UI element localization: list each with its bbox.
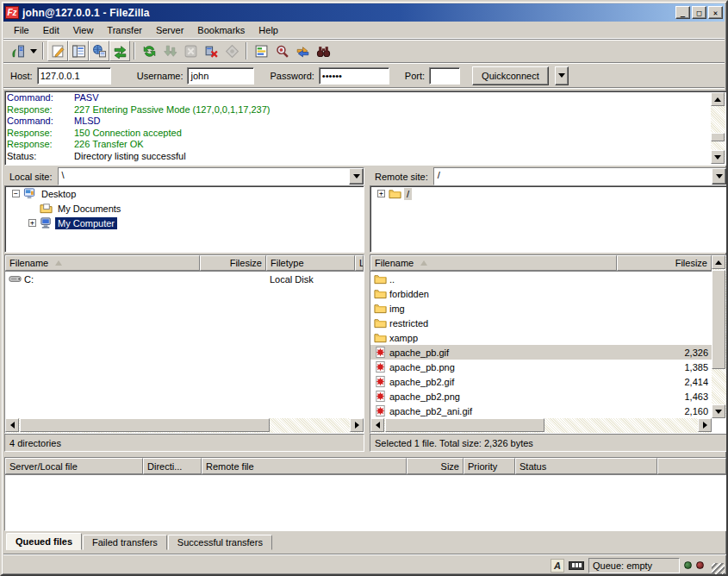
tree-item-label-selected[interactable]: My Computer [55, 217, 117, 229]
tree-item-label[interactable]: My Documents [55, 203, 123, 215]
filter-button[interactable] [251, 41, 271, 61]
queue-list[interactable] [5, 474, 726, 530]
column-header-server-local-file[interactable]: Server/Local file [5, 458, 143, 474]
file-row[interactable]: xampp [370, 330, 712, 345]
file-row[interactable]: .. [370, 272, 712, 286]
host-input[interactable] [37, 67, 111, 85]
scrollbar-thumb[interactable] [385, 418, 544, 432]
menu-bookmarks[interactable]: Bookmarks [190, 23, 252, 37]
scrollbar-thumb[interactable] [711, 133, 725, 141]
find-files-button[interactable] [313, 41, 333, 61]
column-header-filename[interactable]: Filename [370, 255, 617, 271]
remote-horizontal-scrollbar[interactable] [370, 418, 712, 433]
menu-server[interactable]: Server [149, 23, 190, 37]
tree-item-label[interactable]: Desktop [39, 188, 78, 200]
toggle-transfer-queue-button[interactable] [109, 41, 130, 61]
scrollbar-thumb[interactable] [20, 418, 270, 432]
menu-help[interactable]: Help [252, 23, 285, 37]
remote-site-combo[interactable]: / [433, 167, 727, 185]
menu-transfer[interactable]: Transfer [100, 23, 149, 37]
resize-grip[interactable] [712, 563, 725, 576]
remote-site-path[interactable]: / [434, 168, 712, 185]
column-header-filetype[interactable]: Filetype [266, 255, 355, 271]
port-label: Port: [405, 71, 425, 81]
reconnect-button[interactable] [221, 41, 242, 61]
file-row-c-drive[interactable]: C: Local Disk [5, 272, 364, 286]
collapse-icon[interactable]: − [12, 190, 20, 197]
site-manager-dropdown[interactable] [28, 41, 39, 60]
scroll-left-button[interactable] [370, 418, 384, 432]
local-site-combo-dropdown[interactable] [349, 168, 364, 185]
tree-item-desktop[interactable]: − Desktop [5, 186, 364, 201]
toggle-message-log-button[interactable] [47, 41, 68, 61]
file-row[interactable]: apache_pb.png 1,385 [370, 360, 712, 374]
toggle-remote-tree-button[interactable] [89, 41, 109, 61]
cancel-operation-button[interactable] [180, 41, 201, 61]
expand-icon[interactable]: + [377, 190, 385, 197]
scroll-up-button[interactable] [711, 92, 725, 106]
process-queue-button[interactable] [159, 41, 180, 61]
directory-comparison-button[interactable] [271, 41, 292, 61]
file-row-selected[interactable]: apache_pb.gif 2,326 [370, 345, 712, 360]
tree-item-label-selected[interactable]: / [404, 188, 412, 200]
tree-item-my-computer[interactable]: + My Computer [5, 216, 364, 230]
remote-site-combo-dropdown[interactable] [712, 168, 726, 185]
remote-vertical-scrollbar[interactable] [712, 255, 726, 418]
local-site-path[interactable]: \ [59, 168, 349, 185]
file-row[interactable]: apache_pb2.png 1,463 [370, 389, 712, 404]
close-button[interactable]: ✕ [708, 6, 723, 19]
disconnect-button[interactable] [201, 41, 221, 61]
local-horizontal-scrollbar[interactable] [5, 418, 364, 433]
scroll-left-button[interactable] [5, 418, 19, 432]
column-header-remote-file[interactable]: Remote file [202, 458, 407, 474]
column-header-filesize[interactable]: Filesize [617, 255, 712, 271]
menu-edit[interactable]: Edit [36, 23, 66, 37]
quickconnect-dropdown[interactable] [555, 66, 569, 85]
column-header-status[interactable]: Status [515, 458, 657, 474]
expand-icon[interactable]: + [28, 219, 36, 227]
file-row[interactable]: img [370, 301, 712, 316]
filezilla-logo-icon: Fz [5, 6, 19, 19]
file-row[interactable]: restricted [370, 316, 712, 330]
maximize-button[interactable]: □ [692, 6, 706, 19]
column-header-direction[interactable]: Directi... [143, 458, 202, 474]
file-row[interactable]: apache_pb2.gif 2,414 [370, 374, 712, 389]
host-label: Host: [10, 71, 33, 81]
scroll-up-button[interactable] [712, 255, 725, 269]
menu-file[interactable]: File [7, 23, 36, 37]
scrollbar-thumb[interactable] [712, 270, 725, 369]
tree-item-root[interactable]: + / [370, 186, 726, 201]
refresh-button[interactable] [139, 41, 159, 61]
scroll-right-button[interactable] [350, 418, 364, 432]
password-input[interactable] [319, 67, 389, 85]
file-size: 2,160 [617, 406, 712, 416]
tab-failed-transfers[interactable]: Failed transfers [83, 535, 167, 550]
scroll-down-button[interactable] [712, 404, 725, 418]
synchronized-browsing-button[interactable] [292, 41, 313, 61]
local-site-combo[interactable]: \ [58, 167, 364, 185]
file-name: apache_pb2.gif [389, 377, 454, 387]
menu-view[interactable]: View [66, 23, 101, 37]
tree-item-my-documents[interactable]: My Documents [5, 201, 364, 216]
column-header-size[interactable]: Size [407, 458, 464, 474]
file-size: 1,463 [617, 391, 712, 402]
toggle-local-tree-button[interactable] [68, 41, 89, 61]
column-header-last-modified[interactable]: L [355, 255, 364, 271]
quickconnect-button[interactable]: Quickconnect [472, 66, 549, 85]
column-header-filename[interactable]: Filename [5, 255, 200, 271]
column-header-priority[interactable]: Priority [464, 458, 515, 474]
scroll-right-button[interactable] [698, 418, 712, 432]
minimize-button[interactable]: _ [675, 6, 690, 19]
site-manager-button[interactable] [7, 41, 28, 61]
port-input[interactable] [429, 67, 460, 85]
log-vertical-scrollbar[interactable] [711, 92, 725, 164]
scroll-down-button[interactable] [711, 150, 725, 164]
file-row[interactable]: forbidden [370, 286, 712, 301]
username-input[interactable] [187, 67, 254, 85]
tab-successful-transfers[interactable]: Successful transfers [168, 535, 272, 550]
file-row[interactable]: apache_pb2_ani.gif 2,160 [370, 404, 712, 418]
title-bar[interactable]: Fz john@127.0.0.1 - FileZilla _ □ ✕ [3, 3, 725, 22]
tab-queued-files[interactable]: Queued files [6, 533, 82, 550]
column-header-filesize[interactable]: Filesize [200, 255, 266, 271]
cancel-icon [184, 44, 198, 59]
